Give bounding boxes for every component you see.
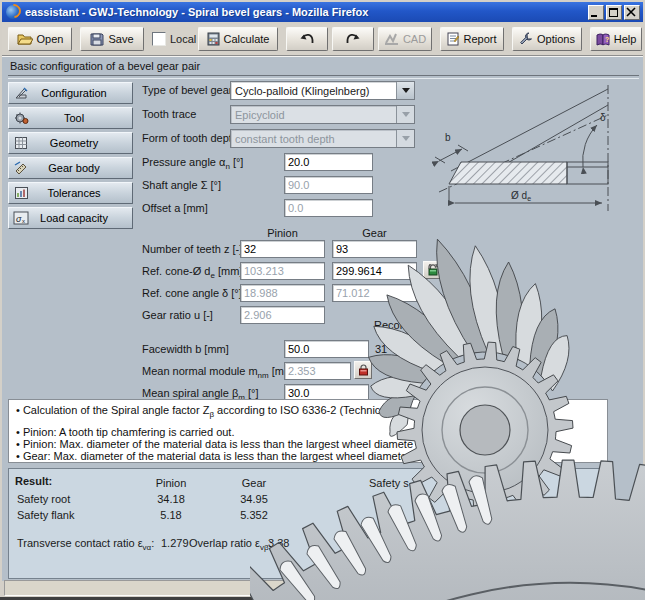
type-of-bevel-gear-label: Type of bevel gear bbox=[142, 84, 233, 96]
options-wrench-icon bbox=[519, 32, 533, 46]
facewidth-recommendation: 31 bbox=[375, 343, 387, 355]
minimize-button[interactable] bbox=[588, 5, 604, 20]
application-window: eassistant - GWJ-Technology - Spiral bev… bbox=[0, 0, 645, 600]
offset-label: Offset a [mm] bbox=[142, 202, 208, 214]
sidebar-item-label: Tool bbox=[30, 112, 118, 124]
facewidth-label: Facewidth b [mm] bbox=[142, 343, 229, 355]
diagram-facewidth-label: b bbox=[445, 132, 451, 143]
tooth-trace-select: Epicycloid bbox=[230, 105, 415, 124]
number-of-teeth-pinion-input[interactable] bbox=[240, 240, 325, 258]
undo-button[interactable] bbox=[286, 27, 328, 51]
tolerances-icon bbox=[12, 185, 30, 201]
calculate-button[interactable]: Calculate bbox=[198, 27, 278, 51]
shaft-angle-label: Shaft angle Σ [°] bbox=[142, 179, 221, 191]
local-checkbox[interactable] bbox=[152, 32, 166, 46]
tooth-trace-label: Tooth trace bbox=[142, 108, 196, 120]
window-title: eassistant - GWJ-Technology - Spiral bev… bbox=[25, 6, 368, 18]
results-extra-header: Safety s bbox=[369, 477, 409, 489]
overlap-ratio-label: Overlap ratio εvβ: bbox=[189, 537, 272, 552]
mean-normal-module-input bbox=[284, 362, 351, 380]
minimize-icon bbox=[591, 15, 597, 17]
redo-button[interactable] bbox=[332, 27, 374, 51]
local-checkbox-label: Local bbox=[170, 33, 196, 45]
sidebar-item-load-capacity[interactable]: σxLoad capacity bbox=[8, 207, 133, 229]
facewidth-input[interactable] bbox=[284, 340, 369, 358]
dropdown-arrow-icon[interactable] bbox=[396, 82, 414, 99]
safety-root-label: Safety root bbox=[17, 493, 70, 505]
sidebar-item-label: Gear body bbox=[30, 162, 118, 174]
maximize-button[interactable] bbox=[606, 5, 622, 20]
save-button[interactable]: Save bbox=[80, 27, 144, 51]
notes-panel: • Calculation of the Spiral angle factor… bbox=[8, 399, 608, 463]
open-button[interactable]: Open bbox=[8, 27, 72, 51]
sidebar-item-gear-body[interactable]: Gear body bbox=[8, 157, 133, 179]
mean-normal-module-lock-button[interactable] bbox=[354, 361, 372, 379]
safety-flank-gear-value: 5.352 bbox=[224, 509, 284, 521]
sidebar-item-geometry[interactable]: Geometry bbox=[8, 132, 133, 154]
gear-column-header: Gear bbox=[332, 227, 417, 239]
number-of-teeth-gear-input[interactable] bbox=[332, 240, 417, 258]
recommended-column-header: Recom bbox=[374, 319, 409, 331]
safety-flank-pinion-value: 5.18 bbox=[141, 509, 201, 521]
ref-cone-diameter-gear-input[interactable] bbox=[332, 262, 417, 280]
sidebar-item-configuration[interactable]: Configuration bbox=[8, 82, 133, 104]
main-toolbar: Open Save Local Calculate CAD Report bbox=[2, 24, 643, 56]
status-bar bbox=[4, 580, 641, 596]
ref-cone-diameter-lock-button[interactable] bbox=[423, 261, 442, 279]
page-title: Basic configuration of a bevel gear pair bbox=[10, 60, 200, 72]
results-pinion-header: Pinion bbox=[141, 477, 201, 489]
load-capacity-icon: σx bbox=[12, 210, 30, 226]
svg-text:x: x bbox=[22, 218, 25, 224]
form-of-tooth-depth-label: Form of tooth depth bbox=[142, 132, 238, 144]
pressure-angle-input[interactable] bbox=[284, 153, 373, 171]
save-floppy-icon bbox=[90, 32, 104, 46]
results-panel: Result: Pinion Gear Safety s Safety root… bbox=[8, 468, 608, 579]
calculator-icon bbox=[207, 32, 220, 46]
ref-cone-diameter-label: Ref. cone-Ø de [mm] bbox=[142, 265, 242, 280]
diagram-de-label: Ø de bbox=[511, 190, 531, 202]
geometry-icon bbox=[12, 135, 30, 151]
close-button[interactable] bbox=[624, 5, 640, 20]
type-of-bevel-gear-select[interactable]: Cyclo-palloid (Klingelnberg) bbox=[230, 81, 415, 100]
transverse-contact-ratio-value: 1.279 bbox=[161, 537, 189, 549]
help-book-icon: ? bbox=[596, 33, 610, 46]
maximize-icon bbox=[609, 8, 618, 17]
title-bar[interactable]: eassistant - GWJ-Technology - Spiral bev… bbox=[2, 2, 643, 22]
locked-icon bbox=[358, 364, 369, 376]
offset-input bbox=[284, 199, 373, 217]
ref-cone-angle-pinion-input bbox=[240, 284, 325, 302]
redo-icon bbox=[345, 33, 361, 45]
report-document-icon bbox=[447, 32, 459, 46]
ref-cone-angle-label: Ref. cone angle δ [°] bbox=[142, 287, 242, 299]
dropdown-arrow-icon bbox=[396, 130, 414, 147]
sidebar-item-tolerances[interactable]: Tolerances bbox=[8, 182, 133, 204]
cad-icon bbox=[384, 33, 399, 46]
tool-icon bbox=[12, 110, 30, 126]
close-icon bbox=[626, 7, 636, 17]
resize-grip-icon[interactable] bbox=[626, 581, 639, 594]
mean-normal-module-label: Mean normal module mnm [mm] bbox=[142, 365, 296, 380]
options-button[interactable]: Options bbox=[512, 27, 582, 51]
pressure-angle-label: Pressure angle αn [°] bbox=[142, 156, 243, 171]
sidebar-item-label: Configuration bbox=[30, 87, 118, 99]
undo-icon bbox=[299, 33, 315, 45]
overlap-ratio-value: 3.38 bbox=[268, 537, 289, 549]
sidebar-item-tool[interactable]: Tool bbox=[8, 107, 133, 129]
pinion-column-header: Pinion bbox=[240, 227, 325, 239]
help-button[interactable]: ? Help bbox=[590, 27, 642, 51]
results-gear-header: Gear bbox=[224, 477, 284, 489]
open-folder-icon bbox=[17, 32, 33, 46]
gear-ratio-input bbox=[240, 306, 325, 324]
note-item: • Gear: Max. diameter of the material da… bbox=[16, 450, 413, 465]
ref-cone-angle-gear-input bbox=[332, 284, 417, 302]
transverse-contact-ratio-label: Transverse contact ratio εvα: bbox=[17, 537, 154, 552]
results-title: Result: bbox=[15, 475, 52, 487]
dropdown-arrow-icon bbox=[396, 106, 414, 123]
safety-root-pinion-value: 34.18 bbox=[141, 493, 201, 505]
safety-flank-label: Safety flank bbox=[17, 509, 74, 521]
sidebar-item-label: Geometry bbox=[30, 137, 118, 149]
form-of-tooth-depth-select: constant tooth depth bbox=[230, 129, 415, 148]
sidebar-item-label: Tolerances bbox=[30, 187, 118, 199]
report-button[interactable]: Report bbox=[440, 27, 504, 51]
svg-text:?: ? bbox=[605, 36, 609, 43]
